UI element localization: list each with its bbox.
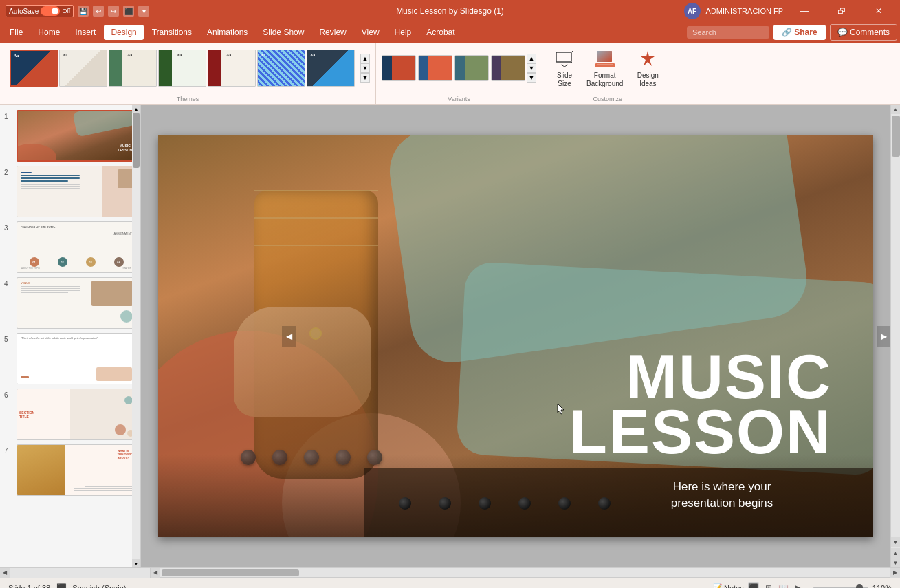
reading-view-icon[interactable]: 📖: [778, 582, 789, 589]
theme-item-1[interactable]: Aa: [59, 50, 107, 87]
menu-help[interactable]: Help: [388, 25, 419, 40]
theme-item-0[interactable]: Aa: [10, 50, 58, 87]
canvas-vscrollbar[interactable]: ▲ ▼ ▲ ▼: [890, 105, 900, 567]
slide-thumb-2[interactable]: [17, 166, 136, 217]
search-input[interactable]: [687, 26, 769, 39]
hscroll-right[interactable]: ▶: [890, 568, 900, 578]
design-ideas-button[interactable]: DesignIdeas: [630, 45, 666, 91]
slide-thumb-6[interactable]: SECTIONTITLE: [17, 389, 136, 440]
theme-item-3[interactable]: Aa: [158, 50, 206, 87]
notes-label: Notes: [724, 584, 744, 589]
slide-thumb-3[interactable]: FEATURES OF THE TOPIC ASSIGNMENT 01 02 0…: [17, 221, 136, 273]
slide-number-5: 5: [4, 333, 12, 343]
variant-scroll-up[interactable]: ▲: [527, 54, 536, 63]
customize-qat-icon[interactable]: ▾: [138, 6, 149, 17]
panel-scrollbar[interactable]: ▲ ▼: [132, 105, 140, 567]
slide-prev-button[interactable]: ◀: [282, 326, 296, 347]
slide-item-3[interactable]: 3 FEATURES OF THE TOPIC ASSIGNMENT 01 02…: [4, 221, 136, 273]
menu-transitions[interactable]: Transitions: [145, 25, 199, 40]
theme-scroll-down[interactable]: ▼: [360, 73, 370, 83]
menu-review[interactable]: Review: [312, 25, 353, 40]
present-icon[interactable]: ⬛: [123, 6, 134, 17]
restore-button[interactable]: 🗗: [826, 0, 857, 22]
slide-thumb-7[interactable]: WHAT ISTHIS TOPICABOUT?: [17, 444, 136, 496]
menu-view[interactable]: View: [355, 25, 386, 40]
panel-scroll-thumb[interactable]: [133, 113, 140, 168]
variant-scroll-down[interactable]: ▼: [527, 73, 536, 83]
slide-list: 1 MUSICLESSON 2: [0, 105, 140, 501]
share-button[interactable]: 🔗 Share: [773, 25, 826, 40]
slide-size-button[interactable]: SlideSize: [549, 45, 580, 91]
variant-3[interactable]: [491, 55, 525, 81]
menu-home[interactable]: Home: [31, 25, 67, 40]
variants-body: ▲ ▼ ▼: [376, 43, 542, 94]
svg-rect-0: [556, 52, 571, 62]
canvas-container: ◀ ▶: [141, 105, 900, 567]
design-ideas-icon: [637, 48, 659, 70]
menu-animations[interactable]: Animations: [200, 25, 254, 40]
variant-0[interactable]: [382, 55, 416, 81]
slide-title-lesson: LESSON: [569, 403, 832, 462]
variant-2[interactable]: [454, 55, 489, 81]
slide-next-button[interactable]: ▶: [877, 326, 890, 347]
menu-acrobat[interactable]: Acrobat: [419, 25, 461, 40]
zoom-handle[interactable]: [856, 584, 863, 589]
panel-scroll-down[interactable]: ▼: [132, 559, 140, 567]
user-avatar[interactable]: AF: [684, 3, 701, 19]
format-background-button[interactable]: FormatBackground: [582, 45, 627, 91]
slide-item-5[interactable]: 5 "This is where the text of the subtitl…: [4, 333, 136, 384]
slide-sorter-icon[interactable]: ⊞: [763, 582, 774, 589]
variant-scroll-mid[interactable]: ▼: [527, 63, 536, 73]
slide-item-4[interactable]: 4 VENUS: [4, 277, 136, 329]
minimize-button[interactable]: —: [789, 0, 820, 22]
normal-view-icon[interactable]: ⬛: [748, 582, 759, 589]
slide-item-2[interactable]: 2: [4, 166, 136, 217]
theme-item-2[interactable]: Aa: [109, 50, 157, 87]
slide-item-6[interactable]: 6 SECTIONTITLE: [4, 389, 136, 440]
theme-scroll-mid[interactable]: ▼: [360, 63, 370, 73]
slide-thumb-4[interactable]: VENUS: [17, 277, 136, 329]
slide-item-7[interactable]: 7 WHAT ISTHIS TOPICABOUT?: [4, 444, 136, 496]
canvas-scroll-up2[interactable]: ▲: [891, 548, 901, 558]
variant-1[interactable]: [418, 55, 452, 81]
main-area: 1 MUSICLESSON 2: [0, 105, 900, 567]
menu-file[interactable]: File: [3, 25, 30, 40]
canvas-scroll-thumb[interactable]: [892, 116, 900, 157]
slide-count-icon[interactable]: ⬛: [56, 582, 67, 589]
hscroll-thumb[interactable]: [162, 569, 299, 576]
main-slide[interactable]: MUSIC LESSON Here is where yourpresentat…: [158, 135, 873, 537]
redo-icon[interactable]: ↪: [108, 6, 119, 17]
slideshow-icon[interactable]: ▶: [793, 582, 804, 589]
slide-panel[interactable]: 1 MUSICLESSON 2: [0, 105, 141, 567]
canvas-scroll-track[interactable]: [891, 114, 901, 537]
autosave-toggle[interactable]: [41, 6, 60, 16]
theme-scroll-up[interactable]: ▲: [360, 54, 370, 63]
language: Spanish (Spain): [72, 584, 126, 589]
canvas-scroll-down[interactable]: ▼: [891, 537, 901, 547]
customize-body: SlideSize: [542, 43, 672, 94]
autosave-badge[interactable]: AutoSave Off: [6, 5, 74, 17]
undo-icon[interactable]: ↩: [93, 6, 104, 17]
panel-scroll-up[interactable]: ▲: [132, 105, 140, 113]
username: ADMINISTRACION FP: [706, 7, 783, 15]
close-button[interactable]: ✕: [863, 0, 894, 22]
notes-button[interactable]: 📝 Notes: [713, 583, 744, 588]
comments-button[interactable]: 💬 Comments: [830, 24, 897, 41]
zoom-level: 110%: [872, 584, 892, 589]
theme-item-5[interactable]: Aa: [257, 50, 305, 87]
menu-design[interactable]: Design: [104, 25, 143, 40]
canvas-scroll-up[interactable]: ▲: [891, 105, 901, 114]
slide-thumb-1[interactable]: MUSICLESSON: [17, 110, 136, 162]
slide-number-1: 1: [4, 110, 12, 120]
canvas-scroll-down2[interactable]: ▼: [891, 558, 901, 567]
save-icon[interactable]: 💾: [78, 6, 89, 17]
hscroll-left2[interactable]: ◀: [151, 568, 160, 578]
canvas-hscrollbar[interactable]: ◀ ◀ ▶: [0, 567, 900, 577]
menu-insert[interactable]: Insert: [68, 25, 102, 40]
hscroll-left[interactable]: ◀: [0, 568, 10, 578]
theme-item-6[interactable]: Aa: [307, 50, 355, 87]
slide-thumb-5[interactable]: "This is where the text of the subtitle …: [17, 333, 136, 384]
theme-item-4[interactable]: Aa: [208, 50, 256, 87]
slide-item-1[interactable]: 1 MUSICLESSON: [4, 110, 136, 162]
menu-slideshow[interactable]: Slide Show: [256, 25, 311, 40]
